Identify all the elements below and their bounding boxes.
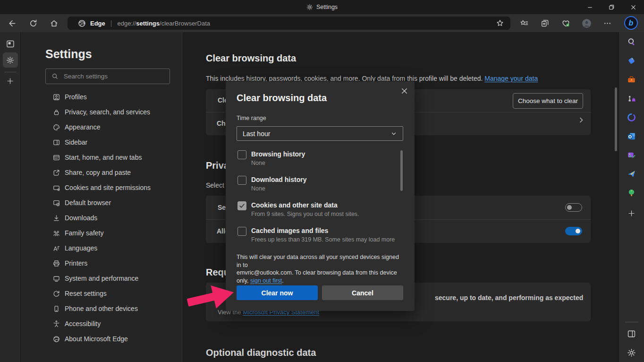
title-bar: Settings	[0, 0, 644, 14]
cached-images-checkbox[interactable]	[237, 227, 246, 236]
download-history-checkbox[interactable]	[237, 176, 246, 185]
left-rail	[0, 32, 21, 362]
tab-actions-icon[interactable]	[6, 39, 15, 49]
people-icon	[52, 229, 60, 237]
edge-logo-icon	[78, 19, 86, 27]
accessibility-icon	[52, 320, 60, 328]
new-tab-page-icon	[52, 154, 60, 162]
sidebar-item-label: About Microsoft Edge	[65, 335, 128, 343]
url-separator: |	[110, 19, 112, 27]
sign-out-first-link[interactable]: sign out first	[250, 277, 282, 284]
sidebar-item-reset[interactable]: Reset settings	[45, 286, 178, 301]
sync-note-line3: only, sign out first.	[237, 277, 405, 285]
sidebar-item-label: Start, home, and new tabs	[65, 154, 142, 161]
cached-images-label: Cached images and files	[251, 227, 328, 234]
favorite-star-icon[interactable]	[496, 19, 504, 27]
gear-icon	[627, 348, 636, 357]
address-bar[interactable]: Edge | edge://settings/clearBrowserData	[68, 17, 510, 30]
choose-what-to-clear-button[interactable]: Choose what to clear	[513, 93, 583, 109]
sidebar-item-family[interactable]: Family safety	[45, 225, 178, 241]
refresh-button[interactable]	[29, 19, 38, 28]
sidebar-item-default-browser[interactable]: Default browser	[45, 195, 178, 210]
sidebar-settings-button[interactable]	[622, 343, 641, 362]
url-scheme: edge://	[117, 20, 136, 27]
payment-methods-toggle[interactable]	[565, 227, 582, 235]
sidebar-item-languages[interactable]: Languages	[45, 241, 178, 256]
rail-divider	[625, 322, 638, 322]
profile-button[interactable]	[576, 14, 597, 32]
sidebar-item-phone[interactable]: Phone and other devices	[45, 301, 178, 316]
cancel-button[interactable]: Cancel	[322, 285, 403, 300]
restore-button[interactable]	[601, 0, 622, 14]
home-button[interactable]	[50, 19, 59, 28]
cookies-checkbox[interactable]	[237, 201, 246, 210]
shopping-tag-icon	[627, 56, 636, 66]
download-icon	[52, 214, 60, 222]
more-menu-button[interactable]	[597, 14, 618, 32]
sidebar-item-cookies[interactable]: Cookies and site permissions	[45, 180, 178, 195]
sidebar-item-label: Reset settings	[65, 290, 107, 297]
sidebar-item-label: System and performance	[65, 275, 138, 282]
tree-icon	[627, 188, 636, 198]
collections-button[interactable]	[534, 14, 555, 32]
manage-your-data-link[interactable]: Manage your data	[484, 75, 538, 82]
sidebar-item-printers[interactable]: Printers	[45, 256, 178, 271]
sidebar-search-button[interactable]	[622, 32, 641, 51]
download-history-sub: None	[251, 185, 265, 192]
sidebar-item-system[interactable]: System and performance	[45, 271, 178, 286]
close-icon	[629, 3, 637, 11]
sidebar-tools-button[interactable]	[622, 70, 641, 89]
sidebar-panel-toggle[interactable]	[622, 324, 641, 343]
sidebar-image-creator-button[interactable]	[622, 146, 641, 164]
time-range-value: Last hour	[243, 130, 270, 138]
sidebar-item-start-home[interactable]: Start, home, and new tabs	[45, 150, 178, 165]
sidebar-title: Settings	[45, 47, 92, 61]
chevron-down-icon	[390, 130, 397, 137]
clear-browsing-data-dialog: Clear browsing data Time range Last hour…	[226, 81, 415, 311]
sidebar-item-appearance[interactable]: Appearance	[45, 120, 178, 135]
time-range-select[interactable]: Last hour	[237, 126, 403, 141]
avatar	[582, 19, 591, 28]
new-tab-icon[interactable]	[6, 77, 14, 85]
sidebar-item-about[interactable]: About Microsoft Edge	[45, 331, 178, 346]
sidebar-item-sidebar[interactable]: Sidebar	[45, 135, 178, 150]
dialog-scrollbar[interactable]	[400, 150, 403, 191]
rail-settings-button[interactable]	[3, 52, 18, 68]
rail-divider	[4, 72, 17, 72]
cached-images-sub: Frees up less than 319 MB. Some sites ma…	[251, 236, 395, 243]
gear-icon	[6, 56, 14, 64]
browsing-history-checkbox[interactable]	[237, 150, 246, 159]
minimize-button[interactable]	[579, 0, 601, 14]
sidebar-add-button[interactable]	[622, 202, 641, 224]
do-not-track-toggle[interactable]	[565, 203, 582, 212]
secure-text: secure, up to date, and performing as ex…	[435, 294, 583, 302]
close-window-button[interactable]	[622, 0, 644, 14]
sidebar-item-share[interactable]: Share, copy and paste	[45, 165, 178, 180]
search-input[interactable]	[63, 72, 169, 80]
settings-search-box[interactable]	[45, 69, 170, 84]
dialog-close-button[interactable]	[400, 87, 408, 95]
sidebar-item-profiles[interactable]: Profiles	[45, 89, 178, 104]
sidebar-item-accessibility[interactable]: Accessibility	[45, 316, 178, 331]
sidebar-games-button[interactable]	[622, 89, 641, 108]
sidebar-item-label: Privacy, search, and services	[65, 108, 150, 116]
sidebar-outlook-button[interactable]	[622, 127, 641, 146]
sidebar-tree-app-button[interactable]	[622, 183, 641, 202]
window-title: Settings	[316, 4, 338, 10]
sidebar-item-downloads[interactable]: Downloads	[45, 210, 178, 225]
sidebar-drop-button[interactable]	[622, 164, 641, 183]
clear-now-button[interactable]: Clear now	[237, 285, 318, 300]
site-badge: Edge	[90, 20, 105, 27]
back-button[interactable]	[8, 19, 17, 28]
heart-check-icon	[561, 19, 570, 28]
sidebar-shopping-button[interactable]	[622, 51, 641, 70]
sidebar-item-label: Appearance	[65, 123, 101, 131]
bing-copilot-button[interactable]: b	[624, 16, 638, 30]
chevron-right-icon[interactable]	[577, 116, 585, 124]
sidebar-microsoft365-button[interactable]	[622, 108, 641, 127]
paper-plane-icon	[627, 169, 636, 179]
sidebar-item-privacy[interactable]: Privacy, search, and services	[45, 104, 178, 120]
page-scrollbar[interactable]	[615, 87, 617, 151]
favorites-button[interactable]	[514, 14, 534, 32]
browser-essentials-button[interactable]	[555, 14, 576, 32]
